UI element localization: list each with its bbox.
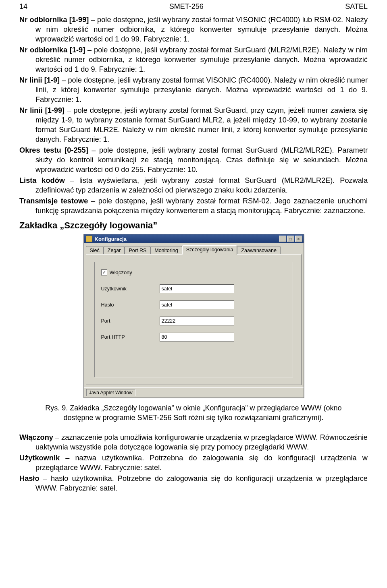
brand: SATEL (345, 2, 368, 11)
section-title: Zakładka „Szczegóły logowania” (19, 220, 368, 231)
statusbar: Java Applet Window (84, 387, 304, 398)
http-port-label: Port HTTP (101, 334, 160, 340)
http-port-input[interactable] (160, 333, 234, 342)
tab-network[interactable]: Sieć (86, 246, 104, 255)
page-number: 14 (19, 2, 27, 11)
term: Nr odbiornika [1-9] (19, 46, 85, 54)
desc: – pole dostępne, jeśli wybrany został fo… (35, 106, 368, 143)
titlebar[interactable]: Konfiguracja _ □ × (84, 234, 304, 243)
inner-panel: ✓ Włączony Użytkownik Hasło Port (94, 262, 293, 377)
tab-login-details[interactable]: Szczegóły logowania (182, 245, 237, 255)
password-input[interactable] (160, 300, 234, 309)
app-icon (86, 236, 92, 242)
body-text: Nr odbiornika [1-99] – pole dostępne, je… (19, 15, 368, 215)
port-label: Port (101, 318, 160, 324)
term: Włączony (19, 433, 53, 441)
term: Okres testu [0-255] (19, 146, 88, 154)
term: Transmisje testowe (19, 197, 88, 205)
desc: – nazwa użytkownika. Potrzebna do zalogo… (35, 454, 368, 472)
enabled-label: Włączony (110, 269, 132, 275)
body-text-2: Włączony – zaznaczenie pola umożliwia ko… (19, 433, 368, 493)
tabs: Sieć Zegar Port RS Monitoring Szczegóły … (84, 243, 304, 255)
desc: – pole dostępne, jeśli wybrany został fo… (35, 46, 368, 73)
port-input[interactable] (160, 317, 234, 325)
term: Nr odbiornika [1-99] (19, 16, 89, 24)
term: Lista kodów (19, 176, 65, 184)
password-label: Hasło (101, 302, 160, 308)
tab-monitoring[interactable]: Monitoring (150, 246, 182, 255)
window-title: Konfiguracja (95, 236, 279, 242)
term: Nr linii [1-9] (19, 76, 60, 84)
minimize-button[interactable]: _ (279, 236, 286, 242)
tab-panel: ✓ Włączony Użytkownik Hasło Port (86, 254, 302, 385)
term: Hasło (19, 474, 40, 482)
term: Użytkownik (19, 454, 60, 462)
tab-advanced[interactable]: Zaawansowane (237, 246, 281, 255)
figure-caption: Rys. 9. Zakładka „Szczegóły logowania” w… (35, 404, 352, 423)
config-window: Konfiguracja _ □ × Sieć Zegar Port RS Mo… (83, 234, 304, 398)
user-input[interactable] (160, 284, 234, 293)
desc: – hasło użytkownika. Potrzebne do zalogo… (35, 474, 368, 492)
status-text: Java Applet Window (86, 389, 135, 396)
tab-port-rs[interactable]: Port RS (125, 246, 150, 255)
desc: – zaznaczenie pola umożliwia konfigurowa… (35, 433, 368, 451)
page-header: 14 SMET-256 SATEL (19, 0, 368, 15)
tab-clock[interactable]: Zegar (104, 246, 125, 255)
desc: – lista wyświetlana, jeśli wybrany zosta… (35, 176, 368, 194)
user-label: Użytkownik (101, 286, 160, 292)
enabled-checkbox[interactable]: ✓ (101, 269, 107, 275)
close-button[interactable]: × (295, 236, 302, 242)
doc-title: SMET-256 (169, 2, 204, 11)
term: Nr linii [1-99] (19, 106, 64, 114)
maximize-button[interactable]: □ (287, 236, 294, 242)
desc: – pole dostępne, jeśli wybrany został fo… (35, 76, 368, 104)
